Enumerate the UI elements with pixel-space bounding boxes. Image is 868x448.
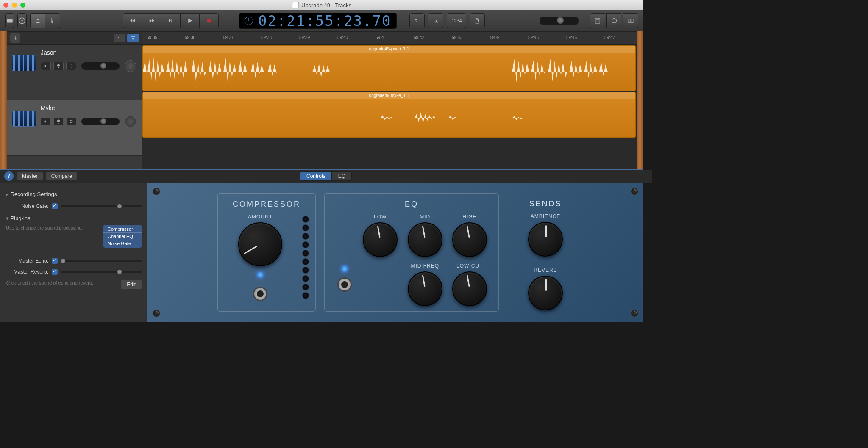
svg-point-3 <box>37 19 39 21</box>
ruler-tick: 59:47 <box>604 35 615 40</box>
ruler-tick: 59:41 <box>376 35 386 40</box>
eq-high-knob[interactable] <box>452 222 487 257</box>
input-monitor-button[interactable] <box>66 117 76 126</box>
mute-button[interactable] <box>41 62 51 70</box>
eq-midfreq-label: MID FREQ <box>411 263 439 269</box>
svg-point-12 <box>70 65 72 67</box>
tuner-button[interactable] <box>428 13 443 28</box>
eq-lowcut-knob[interactable] <box>452 271 487 306</box>
close-window-button[interactable] <box>3 3 8 8</box>
metronome-button[interactable] <box>470 13 485 28</box>
compressor-amount-knob[interactable]: .knob.big::after{transform:translateX(-5… <box>238 222 282 266</box>
reverb-knob[interactable] <box>528 276 563 310</box>
track-icon <box>12 111 36 127</box>
compare-button[interactable]: Compare <box>46 172 77 180</box>
edit-button[interactable]: Edit <box>121 280 142 289</box>
screw-icon <box>153 310 160 317</box>
master-volume-slider[interactable] <box>539 16 579 25</box>
track-name[interactable]: Myke <box>41 105 137 111</box>
audio-region[interactable]: upgrade49-jason_1.1 <box>142 45 636 91</box>
ruler-tick: 59:37 <box>223 35 234 40</box>
loops-button[interactable] <box>606 13 621 28</box>
lcd-display[interactable]: 02:21:55:23.70 <box>239 13 397 29</box>
master-reverb-slider[interactable] <box>61 271 142 273</box>
sends-title: SENDS <box>514 199 577 208</box>
noise-gate-slider[interactable] <box>61 205 142 207</box>
plugin-slot[interactable]: Channel EQ <box>103 233 142 240</box>
eq-panel: EQ LOW MID <box>324 193 499 312</box>
eq-low-knob[interactable] <box>363 222 398 257</box>
plugins-help-text: Use to change the sound processing. <box>6 225 99 231</box>
noise-gate-label: Noise Gate: <box>6 203 48 209</box>
play-button[interactable] <box>180 13 199 28</box>
eq-low-label: LOW <box>374 214 387 220</box>
track-view-button[interactable] <box>114 34 125 42</box>
track-pan-knob[interactable] <box>125 60 136 72</box>
master-reverb-checkbox[interactable] <box>52 269 58 275</box>
svg-point-13 <box>70 120 72 123</box>
document-icon <box>292 2 299 8</box>
forward-button[interactable] <box>142 13 161 28</box>
region-name: upgrade49-myke_1.1 <box>143 92 635 99</box>
tab-controls[interactable]: Controls <box>300 171 332 181</box>
recording-settings-disclosure[interactable]: Recording Settings <box>6 188 142 201</box>
rewind-button[interactable] <box>123 13 142 28</box>
svg-rect-6 <box>595 18 600 23</box>
master-echo-label: Master Echo: <box>6 258 48 264</box>
media-browser-button[interactable] <box>623 13 638 28</box>
plugin-slot[interactable]: Compressor <box>103 226 142 233</box>
reverb-label: REVERB <box>534 267 557 273</box>
master-reverb-label: Master Reverb: <box>6 269 48 275</box>
smart-controls-button[interactable] <box>30 13 45 28</box>
zoom-window-button[interactable] <box>20 3 25 8</box>
svg-text:?: ? <box>21 19 23 23</box>
ruler-tick: 59:39 <box>299 35 310 40</box>
track-header[interactable]: Myke <box>7 100 142 156</box>
track-name[interactable]: Jason <box>41 49 137 56</box>
count-in-button[interactable]: 1234 <box>447 13 466 28</box>
eq-mid-knob[interactable] <box>408 222 442 257</box>
svg-point-5 <box>207 19 211 23</box>
solo-button[interactable] <box>53 117 64 126</box>
editors-button[interactable] <box>45 13 60 28</box>
plugins-disclosure[interactable]: Plug-ins <box>6 212 142 225</box>
stop-button[interactable] <box>161 13 180 28</box>
solo-button[interactable] <box>53 62 64 70</box>
compressor-jack <box>253 287 267 301</box>
quick-help-button[interactable]: ? <box>17 13 26 28</box>
record-button[interactable] <box>199 13 219 28</box>
eq-midfreq-knob[interactable]: .panel.eq .knob::after{transform:transla… <box>408 271 442 306</box>
eq-led <box>341 265 348 272</box>
master-button[interactable]: Master <box>17 172 43 180</box>
input-monitor-button[interactable] <box>66 62 76 70</box>
audio-region[interactable]: upgrade49-myke_1.1 <box>142 92 636 138</box>
track-filter-button[interactable] <box>127 34 139 42</box>
effects-rack: COMPRESSOR AMOUNT .knob.big::after{trans… <box>147 183 643 322</box>
track-volume-slider[interactable] <box>81 62 120 70</box>
master-echo-slider[interactable]: .sl[style*="--p:0"]::after{left:0} <box>61 260 142 262</box>
library-button[interactable] <box>5 13 14 28</box>
mute-button[interactable] <box>41 117 51 126</box>
tab-eq[interactable]: EQ <box>332 171 352 181</box>
noise-gate-checkbox[interactable] <box>52 203 58 209</box>
compressor-title: COMPRESSOR <box>224 200 309 209</box>
cycle-button[interactable] <box>409 13 425 28</box>
toolbar: ? 02:21:55:23.70 1234 <box>0 10 643 32</box>
track-volume-slider[interactable] <box>81 118 120 125</box>
inspector-button[interactable]: i <box>4 171 14 181</box>
master-echo-checkbox[interactable] <box>52 258 58 264</box>
ruler[interactable]: 59:3559:3659:3759:3859:3959:4059:4159:42… <box>142 32 637 45</box>
ruler-tick: 59:35 <box>147 35 157 40</box>
clock-icon <box>245 17 253 25</box>
plugin-slot[interactable]: Noise Gate <box>103 240 142 247</box>
add-track-button[interactable]: + <box>10 33 20 43</box>
notepad-button[interactable] <box>590 13 605 28</box>
minimize-window-button[interactable] <box>12 3 17 8</box>
timeline[interactable]: 59:3559:3659:3759:3859:3959:4059:4159:42… <box>142 32 637 169</box>
track-pan-knob[interactable] <box>125 116 136 127</box>
track-header[interactable]: Jason <box>7 45 142 100</box>
sends-panel: SENDS AMBIENCE REVERB <box>507 193 584 312</box>
svg-rect-0 <box>7 19 13 23</box>
ambience-knob[interactable] <box>528 222 563 257</box>
plugin-list: Compressor Channel EQ Noise Gate <box>103 225 142 248</box>
